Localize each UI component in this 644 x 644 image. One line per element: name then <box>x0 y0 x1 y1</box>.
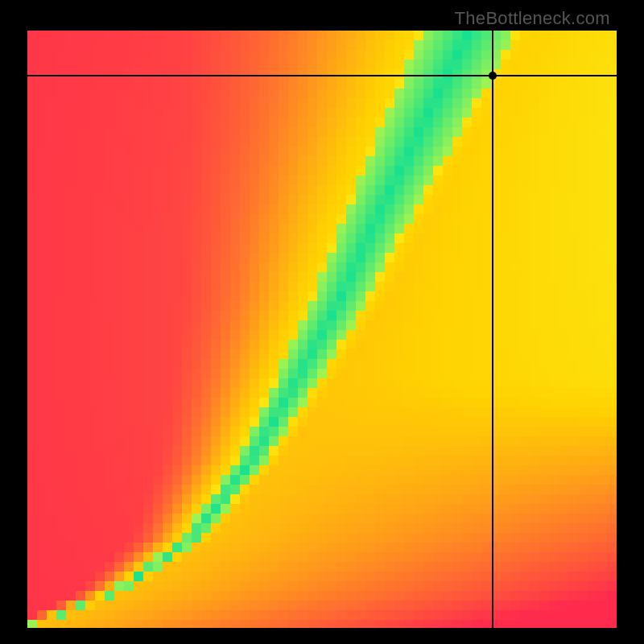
watermark-text: TheBottleneck.com <box>455 8 610 29</box>
heatmap-canvas <box>27 31 617 628</box>
marker-point <box>489 72 497 80</box>
chart-stage: TheBottleneck.com <box>0 0 644 644</box>
crosshair-horizontal <box>27 75 617 76</box>
crosshair-vertical <box>492 31 493 628</box>
